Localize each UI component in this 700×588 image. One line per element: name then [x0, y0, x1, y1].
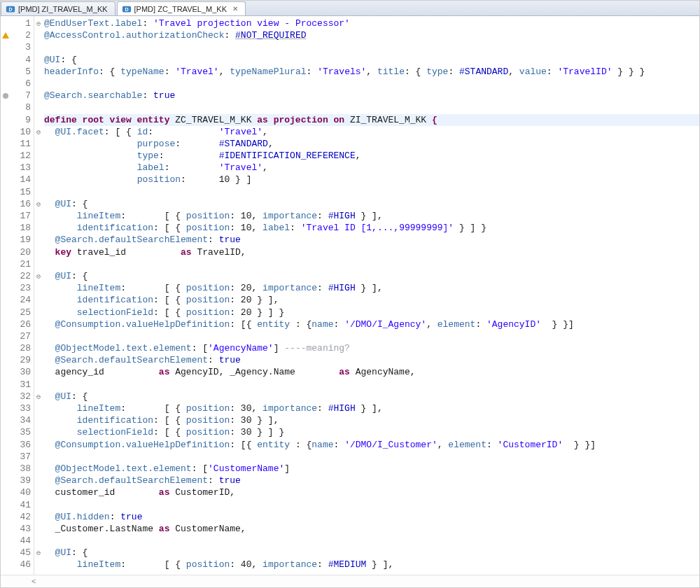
- code-token: ,: [262, 162, 268, 173]
- marker-empty: [1, 258, 10, 270]
- fold-toggle-icon[interactable]: ⊖: [34, 126, 43, 138]
- marker-empty: [1, 282, 10, 294]
- code-line[interactable]: position: 10 } ]: [44, 174, 699, 186]
- warning-marker-icon[interactable]: [1, 29, 10, 41]
- line-number-gutter: 1234567891011121314151617181920212223242…: [10, 16, 34, 575]
- code-line[interactable]: @EndUserText.label: 'Travel projection v…: [44, 18, 699, 29]
- fold-toggle-icon[interactable]: ⊖: [34, 270, 43, 282]
- code-line[interactable]: identification: [ { position: 20 } ],: [44, 294, 699, 306]
- code-line[interactable]: [44, 102, 699, 113]
- code-line[interactable]: label: 'Travel',: [44, 162, 699, 174]
- code-token: 'AgencyName': [208, 343, 274, 354]
- horizontal-scrollbar[interactable]: <: [1, 575, 699, 587]
- code-token: label: [137, 162, 164, 173]
- code-line[interactable]: @UI: {: [44, 54, 699, 66]
- code-line[interactable]: selectionField: [ { position: 30 } ] }: [44, 426, 699, 438]
- code-line[interactable]: @AccessControl.authorizationCheck: #NOT_…: [44, 29, 699, 41]
- code-line[interactable]: @UI: {: [44, 547, 699, 559]
- code-line[interactable]: [44, 41, 699, 53]
- code-line[interactable]: @UI.hidden: true: [44, 511, 699, 523]
- code-token: : 10 } ]: [181, 174, 251, 185]
- code-token: key: [55, 247, 71, 258]
- code-token: } }]: [563, 440, 596, 450]
- code-line[interactable]: [44, 379, 699, 391]
- code-token: @ObjectModel.text.element: [44, 463, 192, 474]
- code-token: } ],: [366, 559, 393, 570]
- line-number: 4: [10, 54, 34, 66]
- code-token: selectionField: [44, 307, 153, 318]
- code-token: [44, 150, 137, 161]
- fold-toggle-icon[interactable]: ⊖: [34, 391, 43, 402]
- code-line[interactable]: lineItem: [ { position: 30, importance: …: [44, 402, 699, 414]
- code-token: ]: [284, 463, 290, 474]
- marker-empty: [1, 547, 10, 559]
- code-line[interactable]: [44, 258, 699, 270]
- code-line[interactable]: @Search.searchable: true: [44, 90, 699, 102]
- code-line[interactable]: @UI: {: [44, 198, 699, 210]
- code-line[interactable]: selectionField: [ { position: 20 } ] }: [44, 307, 699, 318]
- fold-toggle-icon[interactable]: ⊖: [34, 547, 43, 559]
- line-number: 3: [10, 41, 34, 53]
- code-token: typeName: [120, 66, 164, 77]
- code-line[interactable]: _Customer.LastName as CustomerName,: [44, 523, 699, 535]
- fold-column[interactable]: ⊖⊖⊖⊖⊖⊖: [34, 16, 43, 575]
- code-line[interactable]: @Search.defaultSearchElement: true: [44, 234, 699, 246]
- editor-tab[interactable]: D[PMD] ZI_TRAVEL_M_KK: [1, 1, 115, 15]
- code-line[interactable]: [44, 330, 699, 342]
- code-token: typeNamePlural: [230, 66, 306, 77]
- code-line[interactable]: identification: [ { position: 30 } ],: [44, 414, 699, 426]
- code-line[interactable]: [44, 186, 699, 198]
- code-token: :: [208, 475, 219, 486]
- code-line[interactable]: @UI: {: [44, 270, 699, 282]
- fold-toggle-icon[interactable]: ⊖: [34, 198, 43, 210]
- line-number: 1: [10, 18, 34, 29]
- marker-empty: [1, 535, 10, 547]
- editor-tab[interactable]: D[PMD] ZC_TRAVEL_M_KK✕: [117, 1, 246, 15]
- code-line[interactable]: @Search.defaultSearchElement: true: [44, 354, 699, 366]
- fold-empty: [34, 114, 43, 126]
- code-token: : 30,: [230, 403, 262, 414]
- code-token: #STANDARD: [459, 66, 508, 77]
- code-line[interactable]: @Consumption.valueHelpDefinition: [{ ent…: [44, 318, 699, 330]
- code-line[interactable]: lineItem: [ { position: 10, importance: …: [44, 210, 699, 222]
- fold-empty: [34, 186, 43, 198]
- code-line[interactable]: @ObjectModel.text.element: ['CustomerNam…: [44, 463, 699, 475]
- code-line[interactable]: headerInfo: { typeName: 'Travel', typeNa…: [44, 66, 699, 78]
- code-line[interactable]: key travel_id as TravelID,: [44, 246, 699, 258]
- code-line[interactable]: [44, 78, 699, 90]
- code-line[interactable]: @ObjectModel.text.element: ['AgencyName'…: [44, 342, 699, 354]
- code-line[interactable]: type: #IDENTIFICATION_REFERENCE,: [44, 150, 699, 162]
- close-icon[interactable]: ✕: [232, 5, 238, 13]
- scroll-left-icon[interactable]: <: [31, 577, 36, 585]
- code-token: ZC_TRAVEL_M_KK: [175, 115, 257, 125]
- code-token: :: [175, 139, 218, 149]
- code-line[interactable]: [44, 499, 699, 511]
- fold-toggle-icon[interactable]: ⊖: [34, 18, 43, 29]
- code-line[interactable]: @Consumption.valueHelpDefinition: [{ ent…: [44, 439, 699, 451]
- code-line[interactable]: identification: [ { position: 10, label:…: [44, 222, 699, 234]
- fold-empty: [34, 511, 43, 523]
- code-token: type: [137, 150, 159, 161]
- code-line[interactable]: purpose: #STANDARD,: [44, 138, 699, 150]
- code-line[interactable]: define root view entity ZC_TRAVEL_M_KK a…: [44, 114, 699, 126]
- code-line[interactable]: [44, 535, 699, 547]
- marker-empty: [1, 366, 10, 378]
- code-token: : {: [290, 319, 312, 330]
- code-line[interactable]: @Search.defaultSearchElement: true: [44, 475, 699, 486]
- code-line[interactable]: @UI: {: [44, 391, 699, 402]
- editor[interactable]: 1234567891011121314151617181920212223242…: [1, 16, 699, 575]
- code-line[interactable]: lineItem: [ { position: 20, importance: …: [44, 282, 699, 294]
- fold-empty: [34, 559, 43, 570]
- code-line[interactable]: customer_id as CustomerID,: [44, 486, 699, 498]
- code-line[interactable]: @UI.facet: [ { id: 'Travel',: [44, 126, 699, 138]
- code-token: :: [208, 355, 219, 365]
- code-line[interactable]: lineItem: [ { position: 40, importance: …: [44, 559, 699, 570]
- code-token: : 40,: [230, 559, 262, 570]
- code-line[interactable]: [44, 451, 699, 463]
- info-marker-icon[interactable]: [1, 90, 10, 102]
- code-line[interactable]: agency_id as AgencyID, _Agency.Name as A…: [44, 366, 699, 378]
- fold-empty: [34, 439, 43, 451]
- code-token: '/DMO/I_Agency': [344, 319, 426, 330]
- code-area[interactable]: @EndUserText.label: 'Travel projection v…: [43, 16, 699, 575]
- code-token: } } }: [612, 66, 645, 77]
